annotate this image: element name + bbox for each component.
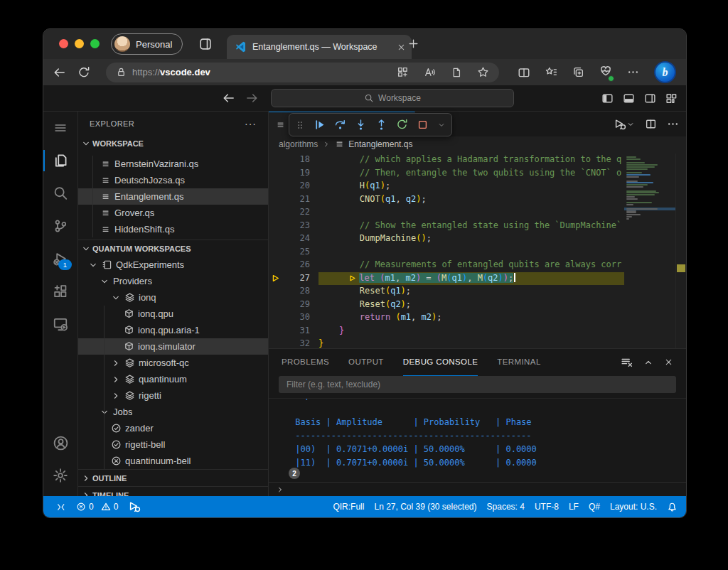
split-editor-icon[interactable] bbox=[645, 118, 657, 130]
tree-item[interactable]: quantinuum-bell bbox=[78, 453, 268, 469]
notifications-button[interactable] bbox=[662, 502, 679, 512]
code-line-31[interactable]: 31 } bbox=[269, 325, 624, 338]
status-item[interactable]: Layout: U.S. bbox=[605, 502, 662, 512]
explorer-view-button[interactable] bbox=[43, 144, 77, 177]
remote-explorer-view-button[interactable] bbox=[43, 308, 77, 340]
run-or-debug-button[interactable] bbox=[614, 118, 635, 131]
line-number-gutter[interactable]: 22 bbox=[269, 206, 318, 220]
close-panel-icon[interactable] bbox=[664, 356, 673, 368]
code-line-30[interactable]: 30 return (m1, m2); bbox=[269, 311, 624, 325]
tree-item[interactable]: Providers bbox=[78, 273, 268, 289]
debug-step-into-icon[interactable] bbox=[355, 119, 367, 131]
line-number-gutter[interactable]: 25 bbox=[269, 246, 318, 259]
outline-section-header[interactable]: OUTLINE bbox=[78, 469, 268, 486]
menu-button[interactable] bbox=[43, 112, 77, 144]
workspace-section-header[interactable]: WORKSPACE bbox=[78, 136, 268, 151]
status-item[interactable]: UTF-8 bbox=[530, 502, 564, 512]
customize-layout-icon[interactable] bbox=[665, 92, 678, 104]
debug-stop-icon[interactable] bbox=[417, 119, 429, 131]
status-item[interactable]: Q# bbox=[584, 502, 605, 512]
line-number-gutter[interactable]: 23 bbox=[269, 220, 318, 233]
tab-workspaces-icon[interactable] bbox=[198, 37, 213, 51]
line-number-gutter[interactable]: 32 bbox=[269, 338, 318, 348]
command-center-search[interactable]: Workspace bbox=[271, 89, 514, 107]
minimap[interactable] bbox=[624, 154, 675, 348]
code-line-29[interactable]: 29 Reset(q2); bbox=[269, 299, 624, 312]
collapse-count-badge[interactable]: 2 bbox=[289, 468, 300, 479]
address-bar[interactable]: https://vscode.dev bbox=[106, 63, 499, 82]
filter-input[interactable] bbox=[285, 379, 670, 390]
line-number-gutter[interactable]: 31 bbox=[269, 325, 318, 338]
panel-tab-problems[interactable]: PROBLEMS bbox=[282, 349, 329, 376]
line-number-gutter[interactable]: 24 bbox=[269, 232, 318, 246]
bing-copilot-button[interactable]: b bbox=[654, 61, 676, 83]
debug-console-filter[interactable] bbox=[279, 376, 676, 393]
file-item[interactable]: BernsteinVazirani.qs bbox=[78, 156, 268, 172]
breadcrumb-folder[interactable]: algorithms bbox=[279, 139, 318, 149]
code-line-28[interactable]: 28 Reset(q1); bbox=[269, 285, 624, 299]
code-line-19[interactable]: 19 // Then, entangle the two qubits usin… bbox=[269, 167, 624, 181]
new-tab-button[interactable] bbox=[407, 38, 419, 50]
zoom-window-button[interactable] bbox=[90, 39, 100, 48]
browser-essentials-button[interactable] bbox=[599, 65, 612, 80]
problems-indicator[interactable]: 0 0 bbox=[71, 502, 123, 512]
panel-tab-terminal[interactable]: TERMINAL bbox=[497, 349, 540, 376]
profile-button[interactable]: Personal bbox=[111, 33, 183, 55]
go-forward-icon[interactable] bbox=[245, 92, 258, 104]
debug-continue-icon[interactable] bbox=[314, 119, 326, 131]
minimize-window-button[interactable] bbox=[75, 39, 84, 48]
remote-indicator[interactable] bbox=[50, 502, 71, 512]
code-line-23[interactable]: 23 // Show the entangled state using the… bbox=[269, 220, 624, 233]
line-number-gutter[interactable]: 21 bbox=[269, 193, 318, 207]
tree-item[interactable]: rigetti bbox=[78, 387, 268, 404]
debug-step-over-icon[interactable] bbox=[334, 119, 346, 131]
debug-console-output[interactable]: DumpMachine: Basis | Amplitude | Probabi… bbox=[269, 398, 686, 496]
apps-icon[interactable] bbox=[397, 66, 409, 78]
console-input-row[interactable] bbox=[269, 482, 686, 496]
debug-restart-icon[interactable] bbox=[396, 119, 408, 131]
code-line-32[interactable]: 32} bbox=[269, 338, 624, 348]
file-item[interactable]: Entanglement.qs bbox=[78, 188, 268, 205]
debug-status[interactable] bbox=[123, 500, 146, 513]
code-line-27[interactable]: 27 let (m1, m2) = (M(q1), M(q2)); bbox=[269, 272, 624, 286]
settings-button[interactable] bbox=[43, 459, 77, 492]
maximize-panel-icon[interactable] bbox=[643, 356, 653, 368]
tree-item[interactable]: ionq.qpu.aria-1 bbox=[78, 322, 268, 338]
code-line-22[interactable]: 22 bbox=[269, 206, 624, 220]
explorer-more-actions[interactable]: ··· bbox=[245, 118, 257, 129]
line-number-gutter[interactable]: 29 bbox=[269, 299, 318, 312]
code-line-20[interactable]: 20 H(q1); bbox=[269, 180, 624, 193]
code-line-26[interactable]: 26 // Measurements of entangled qubits a… bbox=[269, 259, 624, 272]
favorites-bar-icon[interactable] bbox=[545, 66, 557, 78]
line-number-gutter[interactable]: 27 bbox=[269, 272, 318, 286]
collections-icon[interactable] bbox=[572, 66, 584, 78]
panel-tab-debug-console[interactable]: DEBUG CONSOLE bbox=[403, 349, 478, 376]
code-line-25[interactable]: 25 bbox=[269, 246, 624, 259]
run-debug-view-button[interactable]: 1 bbox=[43, 242, 77, 275]
line-number-gutter[interactable]: 20 bbox=[269, 180, 318, 193]
tree-item[interactable]: QdkExperiments bbox=[78, 257, 268, 273]
tree-item[interactable]: ionq bbox=[78, 289, 268, 306]
overview-ruler[interactable] bbox=[675, 154, 686, 348]
code-line-18[interactable]: 18 // which applies a Hadamard transform… bbox=[269, 154, 624, 167]
tree-item[interactable]: ionq.simulator bbox=[78, 338, 268, 355]
quantum-workspaces-section-header[interactable]: QUANTUM WORKSPACES bbox=[78, 240, 268, 257]
panel-tab-output[interactable]: OUTPUT bbox=[348, 349, 384, 376]
search-view-button[interactable] bbox=[43, 177, 77, 210]
go-back-icon[interactable] bbox=[223, 92, 235, 104]
split-screen-icon[interactable] bbox=[518, 66, 530, 79]
settings-more-icon[interactable] bbox=[627, 66, 639, 78]
toggle-panel-icon[interactable] bbox=[623, 92, 635, 104]
line-number-gutter[interactable]: 18 bbox=[269, 154, 318, 167]
source-control-view-button[interactable] bbox=[43, 210, 77, 242]
favorite-star-icon[interactable] bbox=[477, 66, 489, 78]
lock-icon[interactable] bbox=[116, 67, 127, 77]
breadcrumb-file[interactable]: Entanglement.qs bbox=[335, 139, 412, 149]
status-item[interactable]: Spaces: 4 bbox=[482, 502, 530, 512]
reload-button[interactable] bbox=[77, 66, 90, 79]
tree-item[interactable]: ionq.qpu bbox=[78, 306, 268, 322]
read-aloud-icon[interactable] bbox=[424, 66, 436, 78]
line-number-gutter[interactable]: 19 bbox=[269, 167, 318, 181]
toggle-secondary-sidebar-icon[interactable] bbox=[644, 92, 656, 104]
tree-item[interactable]: rigetti-bell bbox=[78, 436, 268, 453]
